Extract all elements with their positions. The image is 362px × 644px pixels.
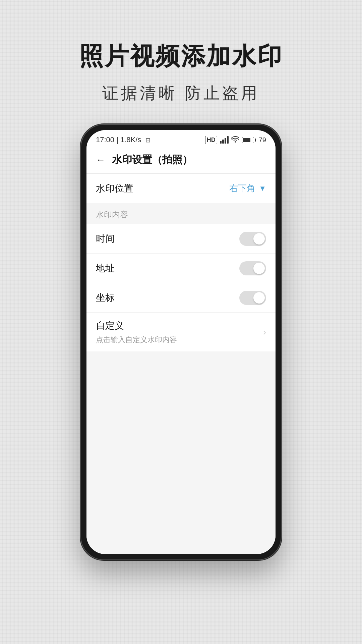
coordinate-toggle[interactable]: [239, 291, 266, 305]
watermark-position-row[interactable]: 水印位置 右下角 ▼: [86, 174, 276, 203]
top-section: 照片视频添加水印 证据清晰 防止盗用: [0, 0, 362, 124]
dropdown-icon: ▼: [259, 184, 266, 193]
position-label: 水印位置: [96, 182, 133, 195]
status-time-speed: 17:00 | 1.8K/s ⊡: [96, 136, 150, 144]
status-right: HD: [205, 136, 266, 144]
address-toggle[interactable]: [239, 261, 266, 275]
page-title: 水印设置（拍照）: [112, 153, 192, 167]
wifi-icon: [231, 136, 239, 144]
time-label: 时间: [96, 232, 115, 245]
section-header-text: 水印内容: [96, 210, 128, 219]
coordinate-label: 坐标: [96, 291, 115, 304]
custom-title: 自定义: [96, 319, 177, 332]
status-time: 17:00: [96, 136, 114, 144]
hd-badge: HD: [205, 136, 217, 144]
position-text: 右下角: [229, 182, 255, 194]
coordinate-toggle-knob: [253, 292, 265, 304]
app-header: ← 水印设置（拍照）: [86, 148, 276, 174]
status-speed: 1.8K/s: [120, 136, 141, 144]
notification-icon: ⊡: [145, 137, 150, 144]
chevron-right-icon: ›: [263, 327, 266, 337]
settings-content: 水印位置 右下角 ▼ 水印内容 时间 地址: [86, 174, 276, 554]
coordinate-row: 坐标: [86, 283, 276, 313]
address-row: 地址: [86, 254, 276, 283]
position-value[interactable]: 右下角 ▼: [229, 182, 266, 194]
signal-icon: [220, 136, 229, 144]
back-button[interactable]: ←: [96, 155, 105, 165]
time-row: 时间: [86, 224, 276, 254]
battery-level: 79: [259, 136, 266, 144]
custom-subtitle: 点击输入自定义水印内容: [96, 335, 177, 345]
address-toggle-knob: [253, 263, 265, 274]
phone-screen: 17:00 | 1.8K/s ⊡ HD: [86, 130, 276, 554]
status-separator: |: [116, 136, 120, 144]
watermark-content-section: 水印内容: [86, 203, 276, 224]
battery-icon: [242, 137, 256, 143]
time-toggle-knob: [253, 233, 265, 245]
custom-row-content: 自定义 点击输入自定义水印内容: [96, 319, 177, 345]
sub-title: 证据清晰 防止盗用: [102, 83, 259, 104]
main-title: 照片视频添加水印: [79, 40, 283, 72]
status-bar: 17:00 | 1.8K/s ⊡ HD: [86, 130, 276, 148]
address-label: 地址: [96, 262, 115, 275]
phone-mockup: 17:00 | 1.8K/s ⊡ HD: [80, 124, 282, 560]
time-toggle[interactable]: [239, 232, 266, 246]
custom-row[interactable]: 自定义 点击输入自定义水印内容 ›: [86, 313, 276, 352]
